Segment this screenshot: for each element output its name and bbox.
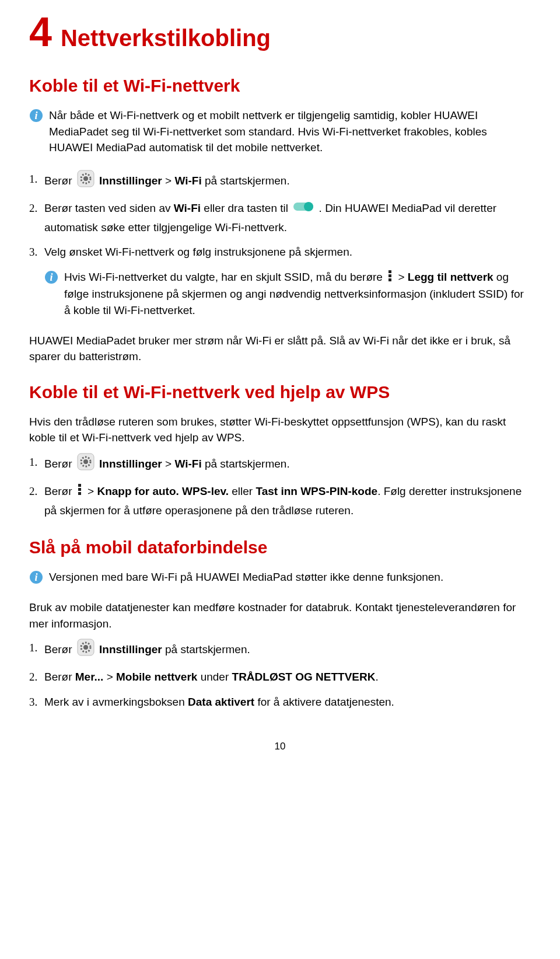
step-item: Berør tasten ved siden av Wi-Fi eller dr… <box>29 199 531 237</box>
steps-list: Berør Innstillinger > Wi-Fi på startskje… <box>29 453 531 521</box>
toggle-on-icon <box>293 200 314 218</box>
step-item: Berør Innstillinger > Wi-Fi på startskje… <box>29 170 531 193</box>
svg-text:i: i <box>50 271 52 283</box>
menu-dots-icon <box>77 483 83 501</box>
gear-icon <box>77 453 94 476</box>
note-text: Hvis Wi-Fi-nettverket du valgte, har en … <box>64 269 531 319</box>
info-icon: i <box>44 270 58 287</box>
steps-list: Berør Innstillinger på startskjermen. Be… <box>29 639 531 712</box>
note-block: i Når både et Wi-Fi-nettverk og et mobil… <box>29 107 531 163</box>
note-text: Versjonen med bare Wi-Fi på HUAWEI Media… <box>49 569 443 585</box>
step-item: Berør > Knapp for auto. WPS-lev. eller T… <box>29 482 531 520</box>
svg-rect-15 <box>78 484 81 487</box>
paragraph: HUAWEI MediaPadet bruker mer strøm når W… <box>29 333 531 365</box>
svg-text:i: i <box>34 571 37 583</box>
step-item: Berør Innstillinger > Wi-Fi på startskje… <box>29 453 531 476</box>
chapter-number: 4 <box>29 12 52 53</box>
chapter-title: Nettverkstilkobling <box>61 25 271 51</box>
svg-rect-11 <box>388 278 391 281</box>
step-item: Velg ønsket Wi-Fi-nettverk og følg instr… <box>29 243 531 261</box>
heading-mobile-data: Slå på mobil dataforbindelse <box>29 538 531 557</box>
svg-text:i: i <box>34 110 37 121</box>
step-item: Berør Mer... > Mobile nettverk under TRÅ… <box>29 668 531 686</box>
heading-wps: Koble til et Wi-Fi-nettverk ved hjelp av… <box>29 382 531 402</box>
info-icon: i <box>29 109 43 125</box>
note-text: Når både et Wi-Fi-nettverk og et mobilt … <box>49 107 531 156</box>
steps-list: Berør Innstillinger > Wi-Fi på startskje… <box>29 170 531 262</box>
svg-point-22 <box>83 645 88 650</box>
heading-wifi: Koble til et Wi-Fi-nettverk <box>29 76 531 96</box>
svg-point-4 <box>83 176 88 181</box>
paragraph: Bruk av mobile datatjenester kan medføre… <box>29 599 531 632</box>
gear-icon <box>77 639 94 662</box>
svg-point-6 <box>304 202 313 211</box>
svg-point-14 <box>83 459 88 464</box>
svg-rect-9 <box>388 270 391 273</box>
svg-rect-17 <box>78 492 81 495</box>
page-number: 10 <box>29 741 531 752</box>
gear-icon <box>77 170 94 193</box>
paragraph: Hvis den trådløse ruteren som brukes, st… <box>29 414 531 446</box>
info-icon: i <box>29 570 43 587</box>
note-block: i Hvis Wi-Fi-nettverket du valgte, har e… <box>44 269 531 326</box>
menu-dots-icon <box>387 269 393 287</box>
step-item: Berør Innstillinger på startskjermen. <box>29 639 531 662</box>
chapter-header: 4 Nettverkstilkobling <box>29 12 531 53</box>
note-block: i Versjonen med bare Wi-Fi på HUAWEI Med… <box>29 569 531 592</box>
svg-rect-16 <box>78 488 81 491</box>
svg-rect-10 <box>388 274 391 277</box>
step-item: Merk av i avmerkingsboksen Data aktivert… <box>29 693 531 712</box>
